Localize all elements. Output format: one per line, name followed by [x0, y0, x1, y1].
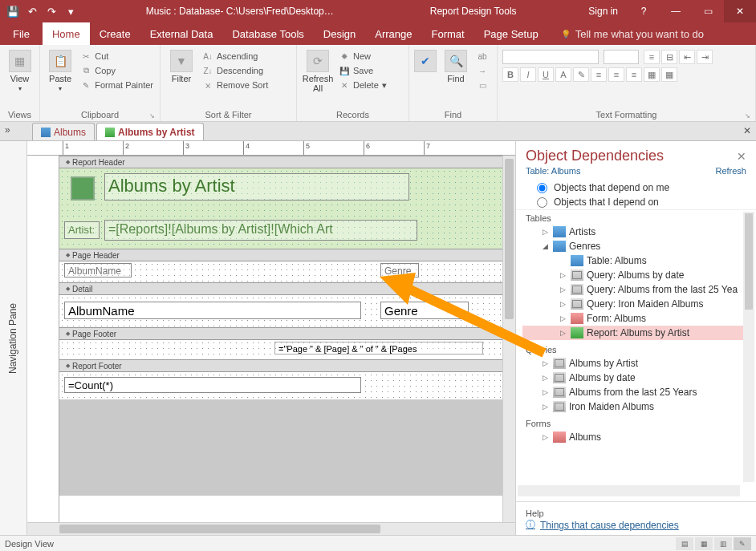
- doc-tab-albums-by-artist[interactable]: Albums by Artist: [96, 123, 204, 140]
- replace-button[interactable]: ab: [475, 50, 490, 63]
- goto-button[interactable]: →: [475, 64, 490, 77]
- refresh-link[interactable]: Refresh: [715, 166, 746, 176]
- tree-node-form-albums2[interactable]: ▷Albums: [522, 430, 754, 444]
- column-header-genre[interactable]: Genre: [380, 263, 419, 278]
- tab-page-setup[interactable]: Page Setup: [474, 22, 548, 45]
- column-header-album[interactable]: AlbumName: [64, 263, 132, 278]
- paste-button[interactable]: 📋Paste▾: [45, 50, 75, 92]
- close-tab-icon[interactable]: ✕: [743, 125, 751, 136]
- band-report-header[interactable]: Report Header: [59, 156, 502, 168]
- tree-node-form-albums[interactable]: ▷Form: Albums: [522, 311, 754, 326]
- band-page-header-area[interactable]: AlbumName Genre: [59, 261, 502, 282]
- tree-node-table-albums[interactable]: Table: Albums: [522, 253, 754, 268]
- tree-node-query-iron-maiden[interactable]: ▷Query: Iron Maiden Albums: [522, 297, 754, 311]
- italic-button[interactable]: I: [520, 67, 536, 82]
- tab-database-tools[interactable]: Database Tools: [222, 22, 313, 45]
- tree-node-q-albums-by-artist[interactable]: ▷Albums by Artist: [522, 356, 754, 371]
- cut-button[interactable]: ✂Cut: [79, 50, 155, 63]
- descending-button[interactable]: Z↓Descending: [201, 64, 270, 77]
- artist-label-control[interactable]: Artist:: [64, 221, 100, 239]
- doc-tab-albums[interactable]: Albums: [32, 123, 95, 140]
- fill-color-button[interactable]: ▦: [644, 67, 660, 82]
- band-report-header-area[interactable]: Albums by Artist Artist: =[Reports]![Alb…: [59, 168, 502, 249]
- help-dependencies-link[interactable]: Things that cause dependencies: [526, 518, 746, 532]
- sign-in-link[interactable]: Sign in: [579, 6, 628, 17]
- save-icon[interactable]: 💾: [5, 3, 21, 19]
- view-design-icon[interactable]: ✎: [734, 537, 751, 550]
- ascending-button[interactable]: A↓Ascending: [201, 50, 270, 63]
- report-logo-control[interactable]: [71, 176, 95, 201]
- band-page-footer-area[interactable]: ="Page " & [Page] & " of " & [Pages: [59, 340, 502, 359]
- horizontal-scrollbar[interactable]: [27, 522, 515, 535]
- tab-file[interactable]: File: [0, 22, 43, 45]
- align-center-button[interactable]: ≡: [608, 67, 624, 82]
- band-page-footer[interactable]: Page Footer: [59, 327, 502, 340]
- maximize-button[interactable]: ▭: [692, 0, 724, 22]
- numbering-button[interactable]: ⊟: [661, 50, 677, 64]
- font-name-combo[interactable]: [502, 50, 599, 64]
- band-page-header[interactable]: Page Header: [59, 249, 502, 261]
- navigation-pane-collapsed[interactable]: Navigation Pane: [0, 141, 27, 535]
- tab-home[interactable]: Home: [43, 22, 90, 45]
- filter-button[interactable]: ▼Filter: [165, 50, 197, 83]
- bold-button[interactable]: B: [502, 67, 518, 82]
- report-design-surface[interactable]: 1 2 3 4 5 6 7 Report Header Albums by Ar…: [27, 141, 515, 535]
- view-layout-icon[interactable]: ▥: [714, 537, 732, 550]
- format-painter-button[interactable]: ✎Format Painter: [79, 79, 155, 91]
- artist-expression-control[interactable]: =[Reports]![Albums by Artist]![Which Art: [104, 220, 417, 241]
- save-record-button[interactable]: 💾Save: [337, 64, 388, 77]
- count-control[interactable]: =Count(*): [64, 377, 361, 393]
- tree-node-report-albums-by-artist[interactable]: ▷Report: Albums by Artist: [522, 326, 754, 340]
- tree-node-query-albums-by-date[interactable]: ▷Query: Albums by date: [522, 268, 754, 282]
- tree-node-q-albums-by-date[interactable]: ▷Albums by date: [522, 371, 754, 385]
- tree-node-query-albums-25-years[interactable]: ▷Query: Albums from the last 25 Yea: [522, 282, 754, 297]
- report-title-control[interactable]: Albums by Artist: [104, 173, 409, 201]
- gridlines-button[interactable]: ▦: [661, 67, 677, 82]
- vertical-scrollbar[interactable]: [502, 156, 515, 522]
- task-pane-vscroll[interactable]: [743, 212, 754, 482]
- undo-icon[interactable]: ↶: [24, 3, 40, 19]
- radio-depend-on-me[interactable]: Objects that depend on me: [516, 180, 756, 195]
- spellcheck-button[interactable]: ✔: [414, 50, 437, 72]
- refresh-all-button[interactable]: ⟳Refresh All: [302, 50, 334, 93]
- redo-icon[interactable]: ↷: [43, 3, 59, 19]
- tab-create[interactable]: Create: [90, 22, 140, 45]
- font-color-button[interactable]: A: [555, 67, 571, 82]
- detail-genre-control[interactable]: Genre: [380, 302, 469, 319]
- indent-left-button[interactable]: ⇤: [679, 50, 695, 64]
- font-size-combo[interactable]: [604, 50, 639, 64]
- detail-album-control[interactable]: AlbumName: [64, 302, 361, 319]
- help-button[interactable]: ?: [628, 0, 660, 22]
- band-report-footer-area[interactable]: =Count(*): [59, 372, 502, 399]
- bullets-button[interactable]: ≡: [644, 50, 660, 64]
- copy-button[interactable]: ⧉Copy: [79, 64, 155, 77]
- page-number-control[interactable]: ="Page " & [Page] & " of " & [Pages: [274, 342, 483, 355]
- new-record-button[interactable]: ✸New: [337, 50, 388, 63]
- view-print-preview-icon[interactable]: ▦: [695, 537, 713, 550]
- tell-me-search[interactable]: Tell me what you want to do: [548, 28, 756, 40]
- tab-external-data[interactable]: External Data: [140, 22, 223, 45]
- band-detail[interactable]: Detail: [59, 282, 502, 295]
- tab-design[interactable]: Design: [314, 22, 365, 45]
- tree-node-q-albums-25-years[interactable]: ▷Albums from the last 25 Years: [522, 385, 754, 399]
- band-report-footer[interactable]: Report Footer: [59, 359, 502, 372]
- tab-arrange[interactable]: Arrange: [365, 22, 421, 45]
- find-button[interactable]: 🔍Find: [440, 50, 472, 83]
- radio-i-depend-on[interactable]: Objects that I depend on: [516, 195, 756, 209]
- indent-right-button[interactable]: ⇥: [697, 50, 713, 64]
- delete-record-button[interactable]: ✕Delete ▾: [337, 79, 388, 91]
- nav-pane-toggle-icon[interactable]: »: [5, 124, 10, 136]
- view-button[interactable]: ▦View▾: [5, 50, 35, 92]
- align-left-button[interactable]: ≡: [591, 67, 607, 82]
- task-pane-close-icon[interactable]: ✕: [737, 150, 746, 163]
- qat-customize-icon[interactable]: ▾: [63, 3, 79, 19]
- highlight-button[interactable]: ✎: [573, 67, 589, 82]
- tree-node-q-iron-maiden[interactable]: ▷Iron Maiden Albums: [522, 399, 754, 414]
- close-button[interactable]: ✕: [724, 0, 756, 22]
- underline-button[interactable]: U: [538, 67, 554, 82]
- minimize-button[interactable]: —: [660, 0, 692, 22]
- align-right-button[interactable]: ≡: [626, 67, 642, 82]
- view-report-icon[interactable]: ▤: [676, 537, 693, 550]
- select-button[interactable]: ▭: [475, 79, 490, 91]
- tree-node-genres[interactable]: ◢Genres: [522, 239, 754, 253]
